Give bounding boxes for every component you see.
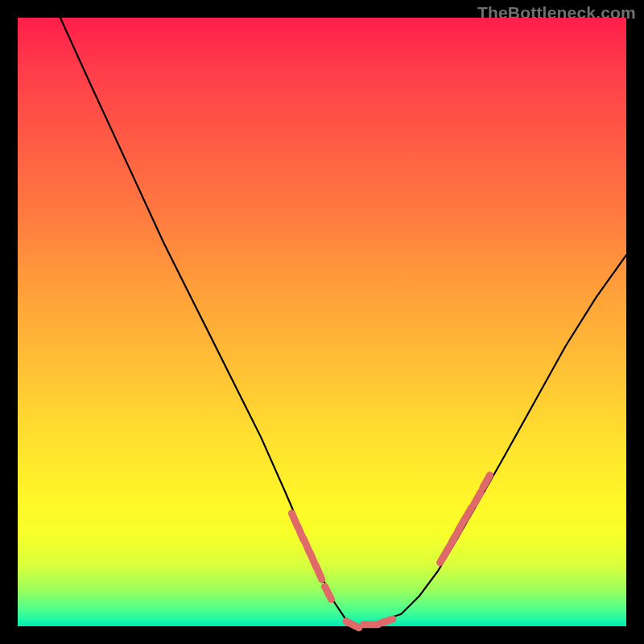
curve-marker [379,619,393,624]
marker-cluster-left [291,513,393,627]
curve-marker [483,475,490,488]
plot-area [18,18,626,626]
curve-marker [464,507,472,520]
curve-marker [325,586,332,599]
curve-marker [346,621,359,628]
chart-svg [18,18,626,626]
chart-frame: TheBottleneck.com [0,0,644,644]
curve-marker [316,566,322,580]
curve-marker [473,492,481,505]
bottleneck-curve [60,18,626,626]
marker-cluster-right [440,475,490,563]
